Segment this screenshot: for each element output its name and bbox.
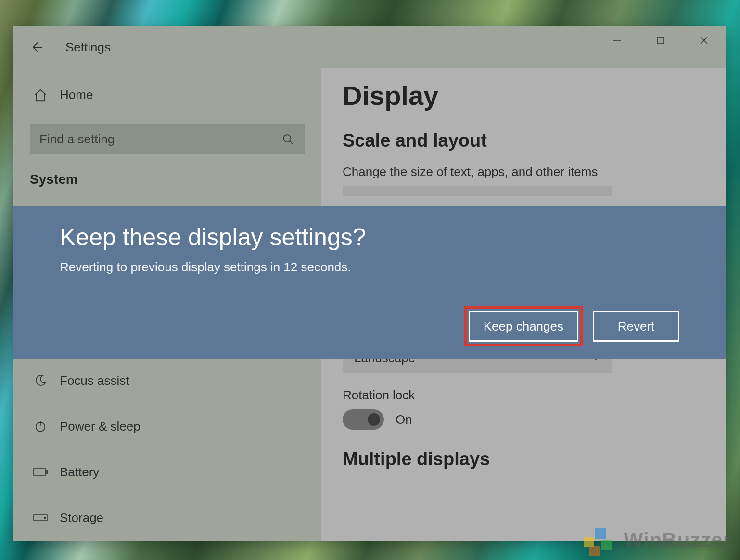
keep-changes-label: Keep changes — [484, 319, 563, 334]
keep-display-settings-dialog: Keep these display settings? Reverting t… — [13, 206, 726, 359]
revert-button[interactable]: Revert — [593, 311, 679, 342]
dialog-message: Reverting to previous display settings i… — [60, 260, 679, 275]
watermark-logo-icon — [584, 523, 617, 557]
watermark-text: WinBuzzer — [624, 529, 731, 552]
dialog-title: Keep these display settings? — [60, 223, 679, 251]
desktop-wallpaper: Settings Home — [0, 0, 740, 560]
revert-label: Revert — [618, 319, 655, 334]
watermark: WinBuzzer — [584, 523, 731, 557]
dialog-button-row: Keep changes Revert — [469, 311, 679, 342]
keep-changes-button[interactable]: Keep changes — [469, 311, 578, 342]
